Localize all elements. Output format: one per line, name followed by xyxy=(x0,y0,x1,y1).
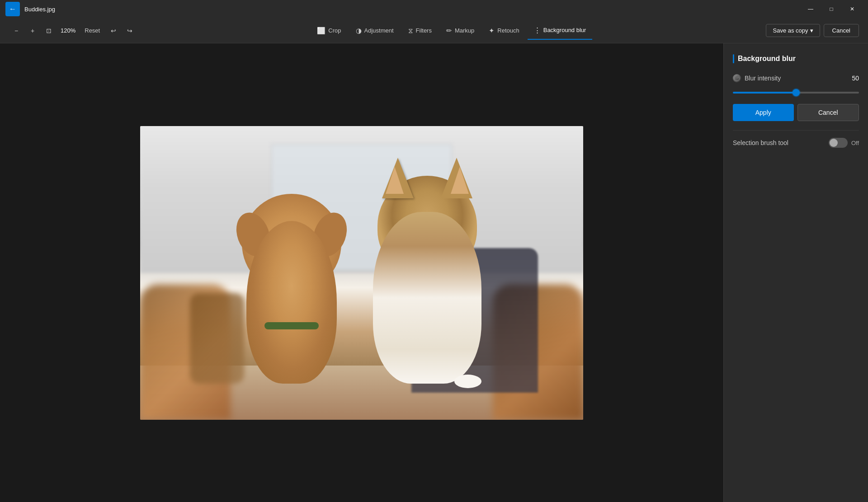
save-as-copy-label: Save as copy xyxy=(773,27,808,34)
reset-label: Reset xyxy=(85,27,100,34)
toggle-thumb xyxy=(830,139,838,147)
filters-label: Filters xyxy=(416,27,432,34)
undo-button[interactable]: ↩ xyxy=(106,23,121,38)
blur-intensity-row: Blur intensity 50 xyxy=(733,74,859,82)
background-blur-icon: ⋮ xyxy=(534,26,541,34)
tool-filters[interactable]: ⧖ Filters xyxy=(402,22,438,40)
apply-button[interactable]: Apply xyxy=(733,104,794,121)
toggle-state-label: Off xyxy=(851,140,859,146)
save-as-copy-button[interactable]: Save as copy ▾ xyxy=(766,24,820,37)
toggle-container: Off xyxy=(829,138,859,148)
zoom-out-button[interactable]: − xyxy=(9,23,24,38)
zoom-in-icon: + xyxy=(31,27,34,34)
adjustment-label: Adjustment xyxy=(364,27,394,34)
image-container xyxy=(140,126,583,420)
close-button[interactable]: ✕ xyxy=(842,2,863,16)
dog-scene xyxy=(140,126,583,420)
filters-icon: ⧖ xyxy=(408,27,413,35)
panel-cancel-button[interactable]: Cancel xyxy=(797,104,859,121)
dropdown-arrow-icon: ▾ xyxy=(810,27,813,34)
reset-button[interactable]: Reset xyxy=(80,25,104,36)
zoom-level: 120% xyxy=(58,27,78,34)
panel-cancel-label: Cancel xyxy=(818,109,838,116)
tool-retouch[interactable]: ✦ Retouch xyxy=(482,22,525,40)
dog-right-ear-inner-right xyxy=(451,167,469,194)
tool-crop[interactable]: ⬜ Crop xyxy=(311,22,347,40)
maximize-button[interactable]: □ xyxy=(821,2,842,16)
tool-adjustment[interactable]: ◑ Adjustment xyxy=(349,22,400,40)
adjustment-icon: ◑ xyxy=(356,27,362,35)
toolbar: − + ⊡ 120% Reset ↩ ↪ ⬜ Crop ◑ Adjustment… xyxy=(0,18,868,43)
zoom-fit-button[interactable]: ⊡ xyxy=(42,23,56,38)
redo-button[interactable]: ↪ xyxy=(123,23,137,38)
background-blur-label: Background blur xyxy=(543,27,586,33)
panel-title: Background blur xyxy=(738,55,796,63)
selection-brush-toggle[interactable] xyxy=(829,138,848,148)
image-area xyxy=(0,43,723,502)
dog-left-collar xyxy=(264,322,319,329)
minimize-button[interactable]: — xyxy=(800,2,821,16)
back-button[interactable]: ← xyxy=(5,2,20,16)
titlebar-controls: — □ ✕ xyxy=(800,2,863,16)
toolbar-cancel-label: Cancel xyxy=(832,27,850,34)
redo-icon: ↪ xyxy=(127,27,132,34)
apply-label: Apply xyxy=(755,109,771,116)
close-icon: ✕ xyxy=(850,6,854,12)
zoom-fit-icon: ⊡ xyxy=(46,27,52,34)
back-icon: ← xyxy=(9,5,16,13)
toolbar-center: ⬜ Crop ◑ Adjustment ⧖ Filters ✏ Markup ✦… xyxy=(137,22,766,40)
blur-intensity-text: Blur intensity xyxy=(745,75,781,82)
titlebar-left: ← Buddies.jpg xyxy=(5,2,55,16)
panel-section-title: Background blur xyxy=(733,54,859,63)
main-area: Background blur Blur intensity 50 Ap xyxy=(0,43,868,502)
action-buttons: Apply Cancel xyxy=(733,104,859,121)
minimize-icon: — xyxy=(808,6,813,12)
titlebar-filename: Buddies.jpg xyxy=(24,6,55,13)
toolbar-right: Save as copy ▾ Cancel xyxy=(766,24,859,37)
blur-intensity-slider[interactable] xyxy=(733,92,859,94)
dog-right-body xyxy=(373,212,481,384)
blur-intensity-label: Blur intensity xyxy=(733,74,781,82)
selection-brush-row: Selection brush tool Off xyxy=(733,138,859,148)
tool-background-blur[interactable]: ⋮ Background blur xyxy=(528,22,593,40)
crop-icon: ⬜ xyxy=(317,27,326,35)
panel-divider xyxy=(733,130,859,131)
zoom-in-button[interactable]: + xyxy=(25,23,40,38)
titlebar: ← Buddies.jpg — □ ✕ xyxy=(0,0,868,18)
dog-right-paw xyxy=(454,375,481,388)
markup-label: Markup xyxy=(455,27,474,34)
dogs-group xyxy=(233,176,491,384)
toolbar-cancel-button[interactable]: Cancel xyxy=(824,24,859,37)
dog-right-ear-inner-left xyxy=(386,167,404,194)
retouch-label: Retouch xyxy=(497,27,519,34)
dog-left-body xyxy=(246,221,337,384)
blur-value: 50 xyxy=(852,75,859,82)
retouch-icon: ✦ xyxy=(489,27,495,35)
maximize-icon: □ xyxy=(830,6,833,12)
crop-label: Crop xyxy=(328,27,341,34)
zoom-out-icon: − xyxy=(14,27,18,34)
dog-left xyxy=(233,194,350,384)
tool-markup[interactable]: ✏ Markup xyxy=(440,22,481,40)
blur-intensity-icon xyxy=(733,74,741,82)
markup-icon: ✏ xyxy=(446,27,452,35)
selection-brush-label: Selection brush tool xyxy=(733,139,788,146)
dog-right xyxy=(364,176,491,384)
toolbar-left: − + ⊡ 120% Reset ↩ ↪ xyxy=(9,23,137,38)
slider-container xyxy=(733,88,859,95)
right-panel: Background blur Blur intensity 50 Ap xyxy=(723,43,868,502)
undo-icon: ↩ xyxy=(111,27,116,34)
panel-title-bar-accent xyxy=(733,54,734,63)
